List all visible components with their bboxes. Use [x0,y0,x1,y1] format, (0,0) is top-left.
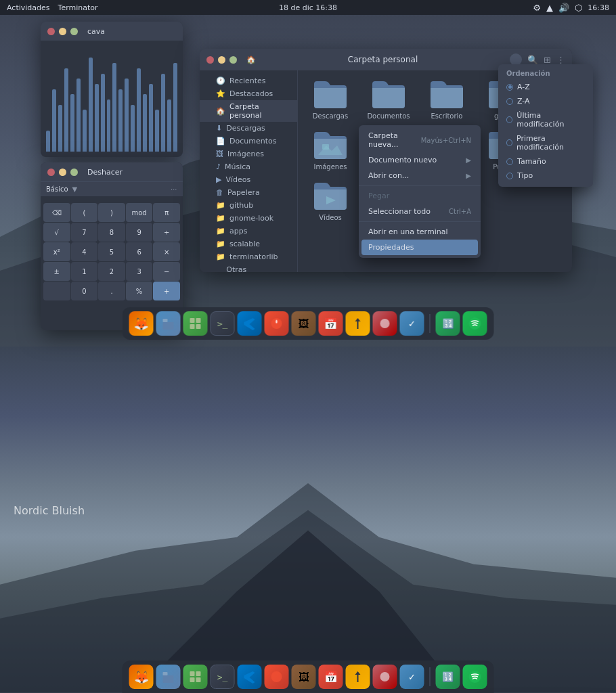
sidebar-item-terminatorlib[interactable]: 📁 terminatorlib [200,250,297,263]
dock2-spotify[interactable] [463,665,487,689]
sidebar-item-destacados[interactable]: ⭐ Destacados [200,87,297,100]
dock-apps[interactable] [183,311,208,336]
sidebar-item-images[interactable]: 🖼 Imágenes [200,148,297,160]
files-search-icon[interactable]: 🔍 [527,55,538,65]
calc-btn-0[interactable]: 0 [71,282,98,300]
settings-icon[interactable]: ⚙ [533,3,541,13]
calc-btn-neg[interactable]: ± [43,262,70,281]
sidebar-item-recientes[interactable]: 🕐 Recientes [200,74,297,87]
sort-az[interactable]: A-Z [498,80,593,94]
dock-image-viewer[interactable]: 🖼 [292,311,316,336]
sidebar-item-trash[interactable]: 🗑 Papelera [200,186,297,199]
calc-min-btn[interactable] [59,169,66,176]
dock-calculator[interactable]: 🔢 [436,311,460,336]
ctx-new-doc[interactable]: Documento nuevo ▶ [359,152,481,168]
sidebar-item-home[interactable]: 🏠 Carpeta personal [200,100,297,122]
dock2-todo[interactable]: ✓ [400,665,424,689]
dock-spotify[interactable] [463,311,487,336]
dock-files[interactable] [156,311,181,336]
sidebar-item-scalable[interactable]: 📁 scalable [200,238,297,250]
activities-label[interactable]: Actividades [7,3,50,12]
calc-btn-backspace[interactable]: ⌫ [43,203,70,222]
wifi-icon[interactable]: ▲ [546,3,553,13]
sidebar-item-documents[interactable]: 📄 Documentos [200,135,297,148]
sidebar-item-other[interactable]: + Otras ubicaciones [200,263,297,272]
calc-btn-7[interactable]: 7 [71,223,98,242]
dock-vscode[interactable] [238,311,262,336]
sidebar-item-apps[interactable]: 📁 apps [200,225,297,238]
sidebar-item-github[interactable]: 📁 github [200,199,297,212]
calc-btn-1[interactable]: 1 [71,262,98,281]
calc-btn-5[interactable]: 5 [98,242,125,261]
dock-todo[interactable]: ✓ [400,311,424,336]
dock2-vscode[interactable] [238,665,262,689]
calc-btn-rparen[interactable]: ) [98,203,125,222]
dock-firefox[interactable]: 🦊 [129,311,154,336]
calc-mode[interactable]: Básico [46,185,68,193]
calc-btn-sq[interactable]: x² [43,242,70,261]
dock-terminal[interactable]: >_ [211,311,235,336]
calc-btn-sub[interactable]: − [153,262,180,281]
calc-btn-dot[interactable]: . [98,282,125,300]
dock2-firefox[interactable]: 🦊 [129,665,154,689]
calc-btn-9[interactable]: 9 [126,223,153,242]
dock2-image[interactable]: 🖼 [292,665,316,689]
dock-calendar[interactable]: 📅 [319,311,343,336]
ctx-properties[interactable]: Propiedades [361,240,478,255]
folder-videos[interactable]: Vídeos [306,180,355,221]
calc-menu-icon[interactable]: ▼ [72,185,78,193]
calc-btn-8[interactable]: 8 [98,223,125,242]
folder-imagenes[interactable]: Imágenes [306,129,355,171]
folder-descargas[interactable]: Descargas [306,79,355,120]
sidebar-item-gnome-look[interactable]: 📁 gnome-look [200,212,297,225]
calc-btn-6[interactable]: 6 [126,242,153,261]
dock2-ext[interactable] [373,665,397,689]
files-max-btn[interactable] [229,56,237,64]
files-min-btn[interactable] [218,56,225,64]
files-view-icon[interactable]: ⊞ [544,55,551,65]
folder-escritorio[interactable]: Escritorio [422,79,471,120]
max-btn[interactable] [70,28,78,35]
min-btn[interactable] [59,28,66,35]
audio-icon[interactable]: 🔊 [558,3,569,13]
sort-size[interactable]: Tamaño [498,154,593,169]
ctx-open-with[interactable]: Abrir con... ▶ [359,168,481,183]
dock2-terminal[interactable]: >_ [211,665,235,689]
ctx-select-all[interactable]: Seleccionar todo Ctrl+A [359,204,481,219]
sort-za[interactable]: Z-A [498,94,593,108]
close-btn[interactable] [47,28,55,35]
calc-btn-pi[interactable]: π [153,203,180,222]
calc-btn-2[interactable]: 2 [98,262,125,281]
dock2-apps[interactable] [183,665,208,689]
files-close-btn[interactable] [206,56,214,64]
calc-btn-pct[interactable]: % [126,282,153,300]
dock-gitkraken[interactable] [265,311,289,336]
folder-documentos[interactable]: Documentos [364,79,413,120]
calc-max-btn[interactable] [70,169,78,176]
sort-first-modified[interactable]: Primera modificación [498,131,593,154]
ctx-new-folder[interactable]: Carpeta nueva... Mayús+Ctrl+N [359,128,481,152]
battery-icon[interactable]: ⬡ [575,3,582,13]
calc-btn-4[interactable]: 4 [71,242,98,261]
dock-ext1[interactable] [373,311,397,336]
sidebar-item-videos[interactable]: ▶ Vídeos [200,173,297,186]
calc-btn-lparen[interactable]: ( [71,203,98,222]
calc-btn-3[interactable]: 3 [126,262,153,281]
sidebar-item-music[interactable]: ♪ Música [200,160,297,173]
files-menu-icon[interactable]: ⋮ [556,55,565,65]
sort-last-modified[interactable]: Última modificación [498,108,593,131]
calc-btn-mod[interactable]: mod [126,203,153,222]
calc-options-icon[interactable]: ⋯ [171,185,177,193]
dock2-calculator[interactable]: 🔢 [436,665,460,689]
dock2-files[interactable] [156,665,181,689]
calc-btn-sqrt[interactable]: √ [43,223,70,242]
calc-close-btn[interactable] [47,169,55,176]
dock2-gitkraken[interactable] [265,665,289,689]
calc-btn-add[interactable]: + [153,282,180,300]
dock-clipboard[interactable] [346,311,370,336]
ctx-open-terminal[interactable]: Abrir en una terminal [359,224,481,240]
dock2-clip[interactable] [346,665,370,689]
calc-btn-div[interactable]: ÷ [153,223,180,242]
sort-type[interactable]: Tipo [498,169,593,183]
calc-btn-mul[interactable]: × [153,242,180,261]
